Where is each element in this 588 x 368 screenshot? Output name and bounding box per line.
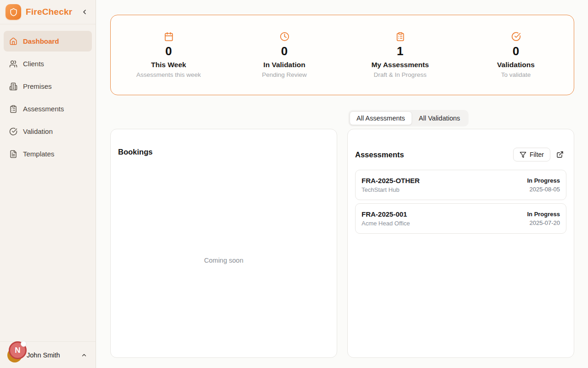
calendar-icon <box>164 32 174 41</box>
stat-value: 1 <box>397 45 403 58</box>
sidebar-item-label: Dashboard <box>23 37 59 45</box>
stat-validations: 0 Validations To validate <box>458 32 574 78</box>
tab-all-validations[interactable]: All Validations <box>412 111 467 125</box>
sidebar-item-dashboard[interactable]: Dashboard <box>4 31 92 52</box>
check-circle-icon <box>9 127 17 136</box>
view-tabs: All Assessments All Validations <box>348 110 469 126</box>
assessments-header: Assessments Filter <box>348 129 574 168</box>
filter-button-label: Filter <box>530 151 544 158</box>
assessments-title: Assessments <box>355 150 404 159</box>
stat-label: Validations <box>497 61 535 69</box>
status-badge: In Progress <box>527 177 560 184</box>
coming-soon-text: Coming soon <box>204 257 243 264</box>
stat-subtitle: To validate <box>501 71 531 78</box>
sidebar-item-label: Clients <box>23 60 44 68</box>
open-assessments-button[interactable] <box>556 151 564 158</box>
sidebar-item-validation[interactable]: Validation <box>4 121 92 142</box>
assessment-info: FRA-2025-001 Acme Head Office <box>362 210 410 227</box>
shield-icon <box>9 8 18 17</box>
status-badge: In Progress <box>527 211 560 218</box>
clock-icon <box>280 32 289 41</box>
sidebar-nav: Dashboard Clients Premises <box>0 24 96 341</box>
sidebar: FireCheckr Dashboard Clients <box>0 0 96 368</box>
assessment-date: 2025-08-05 <box>530 186 560 193</box>
bookings-card: Bookings Coming soon <box>110 129 337 358</box>
sidebar-item-assessments[interactable]: Assessments <box>4 98 92 119</box>
user-name: John Smith <box>27 351 60 359</box>
assessments-actions: Filter <box>513 148 564 161</box>
assessment-row[interactable]: FRA-2025-001 Acme Head Office In Progres… <box>355 203 566 234</box>
sidebar-collapse-button[interactable] <box>79 6 90 17</box>
assessment-date: 2025-07-20 <box>530 219 560 226</box>
bookings-title: Bookings <box>118 148 153 156</box>
stat-in-validation: 0 In Validation Pending Review <box>226 32 342 78</box>
stat-subtitle: Draft & In Progress <box>374 71 427 78</box>
sidebar-item-label: Assessments <box>23 105 64 113</box>
user-menu[interactable]: JS John Smith <box>0 341 96 368</box>
assessment-reference: FRA-2025-OTHER <box>362 177 420 184</box>
assessment-meta: In Progress 2025-07-20 <box>527 211 560 226</box>
main-content: 0 This Week Assessments this week 0 In V… <box>96 0 588 368</box>
stat-value: 0 <box>165 45 172 58</box>
stat-value: 0 <box>281 45 288 58</box>
stat-label: This Week <box>151 61 186 69</box>
stat-subtitle: Assessments this week <box>136 71 201 78</box>
sidebar-header: FireCheckr <box>0 0 96 24</box>
filter-button[interactable]: Filter <box>513 148 550 161</box>
check-circle-icon <box>511 32 521 41</box>
assessment-premises: Acme Head Office <box>362 220 410 227</box>
assessment-row[interactable]: FRA-2025-OTHER TechStart Hub In Progress… <box>355 170 566 200</box>
stat-this-week: 0 This Week Assessments this week <box>111 32 226 78</box>
file-text-icon <box>9 150 17 158</box>
sidebar-item-premises[interactable]: Premises <box>4 76 92 97</box>
assessment-reference: FRA-2025-001 <box>362 210 410 218</box>
avatar: JS <box>7 348 22 362</box>
sidebar-item-label: Templates <box>23 150 54 158</box>
bookings-header: Bookings <box>111 129 337 163</box>
sidebar-item-label: Validation <box>23 127 53 135</box>
chevron-left-icon <box>81 8 88 16</box>
funnel-icon <box>520 151 526 158</box>
users-icon <box>9 60 17 68</box>
home-icon <box>9 37 17 46</box>
stat-subtitle: Pending Review <box>262 71 307 78</box>
sidebar-item-clients[interactable]: Clients <box>4 53 92 74</box>
sidebar-item-templates[interactable]: Templates <box>4 144 92 164</box>
assessments-card: Assessments Filter <box>347 129 574 358</box>
clipboard-icon <box>9 105 17 113</box>
stat-label: My Assessments <box>371 61 429 69</box>
assessment-meta: In Progress 2025-08-05 <box>527 177 560 193</box>
assessments-list: FRA-2025-OTHER TechStart Hub In Progress… <box>348 168 574 234</box>
stat-value: 0 <box>513 45 519 58</box>
stat-label: In Validation <box>263 61 305 69</box>
assessment-info: FRA-2025-OTHER TechStart Hub <box>362 177 420 193</box>
building-icon <box>9 82 17 91</box>
app-logo <box>6 4 21 20</box>
app-title: FireCheckr <box>26 7 72 17</box>
chevron-up-icon <box>81 352 87 358</box>
tab-all-assessments[interactable]: All Assessments <box>350 111 412 125</box>
sidebar-item-label: Premises <box>23 82 52 90</box>
bookings-empty-state: Coming soon <box>111 163 337 357</box>
stat-my-assessments: 1 My Assessments Draft & In Progress <box>342 32 458 78</box>
avatar-initials: JS <box>11 352 18 358</box>
assessment-premises: TechStart Hub <box>362 186 420 193</box>
clipboard-icon <box>396 32 405 41</box>
external-link-icon <box>556 151 564 158</box>
stats-banner: 0 This Week Assessments this week 0 In V… <box>110 15 574 95</box>
